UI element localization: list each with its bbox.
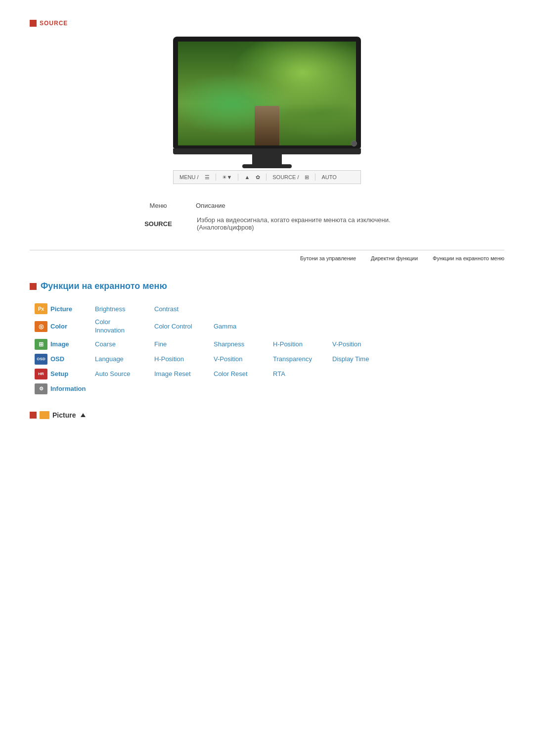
information-icon: ⚙	[35, 383, 47, 394]
monitor-container: MENU / ☰ ☀▼ ▲ ✿ SOURCE / ⊞ AUTO	[30, 37, 504, 184]
auto-label: AUTO	[321, 174, 336, 180]
image-row: ⊞ Image Coarse Fine Sharpness H-Position…	[35, 337, 504, 352]
image-item-coarse[interactable]: Coarse	[95, 340, 154, 348]
monitor-power-button	[351, 141, 357, 146]
nav-link-osd[interactable]: Функции на екранното меню	[433, 255, 504, 261]
table-row: SOURCE Избор на видеосигнала, когато екр…	[124, 212, 410, 235]
picture-label: Picture	[52, 411, 76, 419]
monitor-screen	[178, 42, 356, 145]
divider1	[216, 174, 216, 181]
setup-item-rta[interactable]: RTA	[273, 370, 332, 378]
picture-item-brightness[interactable]: Brightness	[95, 305, 154, 313]
color-item-innovation[interactable]: ColorInnovation	[95, 318, 154, 335]
source-label: SOURCE	[40, 20, 68, 27]
setup-row: HR Setup Auto Source Image Reset Color R…	[35, 367, 504, 381]
monitor-base	[242, 164, 292, 168]
osd-category[interactable]: OSD	[50, 355, 95, 363]
source-header: SOURCE	[30, 20, 504, 27]
osd-title: Функции на екранното меню	[41, 281, 167, 291]
osd-item-vposition[interactable]: V-Position	[214, 355, 273, 363]
picture-icon: Px	[35, 303, 47, 314]
brightness-label: ✿	[256, 174, 260, 181]
divider3	[266, 174, 267, 181]
information-category[interactable]: Information	[50, 385, 95, 392]
monitor-bottom	[173, 148, 361, 154]
source-menu-cell: SOURCE	[124, 212, 193, 235]
color-item-gamma[interactable]: Gamma	[214, 323, 273, 330]
menu-label: MENU /	[179, 174, 199, 180]
pic-small-icon	[40, 411, 49, 419]
image-category[interactable]: Image	[50, 340, 95, 348]
control-bar: MENU / ☰ ☀▼ ▲ ✿ SOURCE / ⊞ AUTO	[173, 170, 361, 184]
arrow-icon: ▲	[244, 174, 250, 180]
source-ctrl-label: SOURCE /	[272, 174, 299, 180]
table-col2: Описание	[193, 199, 410, 212]
image-item-fine[interactable]: Fine	[154, 340, 214, 348]
picture-row: Px Picture Brightness Contrast	[35, 301, 504, 316]
menu-table-section: Меню Описание SOURCE Избор на видеосигна…	[30, 199, 504, 235]
menu-icon: ☰	[205, 174, 210, 181]
divider4	[315, 174, 315, 181]
setup-item-imagereset[interactable]: Image Reset	[154, 370, 214, 378]
information-row: ⚙ Information	[35, 381, 504, 396]
color-category[interactable]: Color	[50, 323, 95, 330]
osd-section-icon	[30, 283, 37, 290]
source-desc-cell: Избор на видеосигнала, когато екранните …	[193, 212, 410, 235]
osd-row: OSD OSD Language H-Position V-Position T…	[35, 352, 504, 367]
setup-item-colorreset[interactable]: Color Reset	[214, 370, 273, 378]
color-row: ◎ Color ColorInnovation Color Control Ga…	[35, 316, 504, 337]
osd-item-transparency[interactable]: Transparency	[273, 355, 332, 363]
picture-label-row: Picture	[30, 411, 504, 419]
osd-item-hposition[interactable]: H-Position	[154, 355, 214, 363]
setup-category[interactable]: Setup	[50, 370, 95, 378]
table-col1: Меню	[124, 199, 193, 212]
monitor-frame	[173, 37, 361, 148]
picture-item-contrast[interactable]: Contrast	[154, 305, 214, 313]
osd-item-displaytime[interactable]: Display Time	[332, 355, 392, 363]
osd-section: Функции на екранното меню Px Picture Bri…	[30, 281, 504, 396]
divider2	[238, 174, 238, 181]
setup-icon: HR	[35, 369, 47, 379]
menu-grid-container: Px Picture Brightness Contrast ◎ Color C…	[35, 301, 504, 396]
picture-category[interactable]: Picture	[50, 305, 95, 313]
color-icon: ◎	[35, 321, 47, 332]
image-icon: ⊞	[35, 339, 47, 350]
nav-link-direct[interactable]: Директни функции	[371, 255, 418, 261]
osd-icon: OSD	[35, 354, 47, 365]
nav-links: Бутони за управление Директни функции Фу…	[30, 250, 504, 261]
setup-item-autosource[interactable]: Auto Source	[95, 370, 154, 378]
color-item-control[interactable]: Color Control	[154, 323, 214, 330]
source-ctrl-icon: ⊞	[305, 174, 309, 181]
source-icon	[30, 20, 37, 27]
osd-item-language[interactable]: Language	[95, 355, 154, 363]
image-item-sharpness[interactable]: Sharpness	[214, 340, 273, 348]
nav-icon-red	[30, 412, 37, 419]
monitor-stand	[252, 154, 282, 164]
image-item-hposition[interactable]: H-Position	[273, 340, 332, 348]
image-item-vposition[interactable]: V-Position	[332, 340, 392, 348]
nav-link-controls[interactable]: Бутони за управление	[300, 255, 356, 261]
brightness-icon: ☀▼	[222, 174, 232, 181]
arrow-up-icon	[81, 413, 86, 417]
osd-title-row: Функции на екранното меню	[30, 281, 504, 291]
